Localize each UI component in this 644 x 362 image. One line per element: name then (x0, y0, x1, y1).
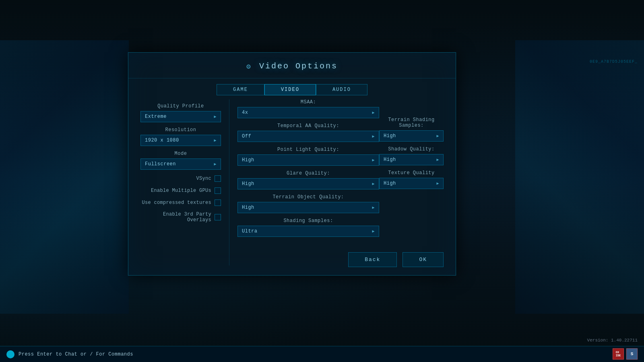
temporal-aa-dropdown[interactable]: Off ▶ (237, 131, 379, 142)
shading-samples-value: Ultra (242, 228, 258, 234)
chat-icon (6, 350, 14, 358)
third-party-row: Enable 3rd Party Overlays (140, 212, 221, 223)
quality-profile-label: Quality Profile (140, 103, 221, 109)
mode-label: Mode (140, 151, 221, 156)
third-party-label: Enable 3rd Party Overlays (140, 212, 211, 223)
vsync-row: VSync (140, 175, 221, 182)
dialog-title-area: ⚙ Video Options (128, 53, 456, 78)
terrain-obj-label: Terrain Object Quality: (237, 194, 379, 200)
shadow-quality-arrow: ▶ (436, 157, 439, 162)
terrain-shading-dropdown[interactable]: High ▶ (379, 130, 444, 142)
vsync-label: VSync (196, 176, 211, 181)
col-divider (229, 99, 229, 265)
point-light-value: High (242, 157, 254, 163)
temporal-aa-value: Off (242, 134, 251, 139)
quality-profile-dropdown[interactable]: Extreme ▶ (140, 111, 221, 122)
texture-quality-value: High (384, 181, 396, 186)
mode-dropdown[interactable]: Fullscreen ▶ (140, 158, 221, 170)
compressed-textures-row: Use compressed textures (140, 200, 221, 206)
quality-profile-value: Extreme (145, 114, 167, 119)
shading-samples-label: Shading Samples: (237, 218, 379, 224)
hud-code: 0E9_A7B7D5J05EEF_ (590, 60, 638, 64)
bottom-bar: Press Enter to Chat or / For Commands (0, 346, 644, 362)
texture-quality-dropdown[interactable]: High ▶ (379, 178, 444, 189)
point-light-dropdown[interactable]: High ▶ (237, 154, 379, 166)
ok-button[interactable]: OK (402, 252, 444, 267)
terrain-obj-arrow: ▶ (372, 205, 375, 210)
oxide-logo: OXIDE (613, 348, 624, 360)
third-party-checkbox[interactable] (215, 214, 221, 220)
resolution-value: 1920 x 1080 (145, 138, 179, 143)
terrain-obj-dropdown[interactable]: High ▶ (237, 202, 379, 213)
chat-hint: Press Enter to Chat or / For Commands (19, 352, 133, 357)
tab-video[interactable]: VIDEO (264, 84, 316, 95)
glare-arrow: ▶ (372, 181, 375, 186)
dialog-body: Quality Profile Extreme ▶ Resolution 192… (128, 99, 456, 265)
tab-audio[interactable]: AUDIO (316, 84, 367, 95)
resolution-dropdown[interactable]: 1920 x 1080 ▶ (140, 135, 221, 146)
msaa-value: 4x (242, 110, 248, 115)
back-button[interactable]: Back (348, 252, 397, 267)
version-text: Version: 1.40.22711 (587, 338, 638, 343)
terrain-shading-label: Terrain Shading Samples: (379, 117, 444, 128)
tabs-row: GAME VIDEO AUDIO (128, 78, 456, 99)
terrain-obj-value: High (242, 205, 254, 210)
glare-dropdown[interactable]: High ▶ (237, 178, 379, 189)
middle-column: MSAA: 4x ▶ Temporal AA Quality: Off ▶ Po… (237, 99, 379, 265)
dialog-title: Video Options (259, 62, 338, 71)
point-light-arrow: ▶ (372, 158, 375, 162)
terrain-shading-value: High (384, 133, 396, 139)
dialog-footer: Back OK (348, 252, 444, 267)
video-options-dialog: ⚙ Video Options GAME VIDEO AUDIO Quality… (128, 52, 456, 276)
msaa-dropdown[interactable]: 4x ▶ (237, 107, 379, 118)
shadow-quality-dropdown[interactable]: High ▶ (379, 154, 444, 165)
tab-game[interactable]: GAME (217, 84, 264, 95)
right-column: Terrain Shading Samples: High ▶ Shadow Q… (379, 99, 444, 265)
shading-samples-arrow: ▶ (372, 229, 375, 234)
shadow-quality-label: Shadow Quality: (379, 146, 444, 152)
msaa-label: MSAA: (237, 99, 379, 105)
glare-value: High (242, 181, 254, 187)
compressed-textures-label: Use compressed textures (142, 200, 211, 206)
msaa-arrow: ▶ (372, 110, 375, 115)
shadow-quality-value: High (384, 157, 396, 162)
temporal-aa-label: Temporal AA Quality: (237, 123, 379, 129)
compressed-textures-checkbox[interactable] (215, 200, 221, 206)
mode-value: Fullscreen (145, 161, 176, 167)
glare-label: Glare Quality: (237, 171, 379, 176)
shading-samples-dropdown[interactable]: Ultra ▶ (237, 226, 379, 237)
point-light-label: Point Light Quality: (237, 147, 379, 152)
texture-quality-arrow: ▶ (436, 181, 439, 186)
resolution-arrow: ▶ (214, 138, 217, 143)
background-right-texture (515, 40, 644, 314)
left-column: Quality Profile Extreme ▶ Resolution 192… (140, 99, 221, 265)
multi-gpu-row: Enable Multiple GPUs (140, 187, 221, 194)
resolution-label: Resolution (140, 127, 221, 133)
multi-gpu-label: Enable Multiple GPUs (151, 188, 211, 193)
multi-gpu-checkbox[interactable] (215, 187, 221, 194)
vsync-checkbox[interactable] (215, 175, 221, 182)
temporal-aa-arrow: ▶ (372, 134, 375, 139)
background-left-texture (0, 40, 129, 314)
texture-quality-label: Texture Quality (379, 170, 444, 176)
brand-logos: OXIDE S (613, 348, 638, 360)
quality-profile-arrow: ▶ (214, 114, 217, 119)
stardock-logo: S (626, 348, 638, 360)
mode-arrow: ▶ (214, 162, 217, 167)
settings-icon: ⚙ (246, 62, 255, 71)
terrain-shading-arrow: ▶ (436, 134, 439, 138)
